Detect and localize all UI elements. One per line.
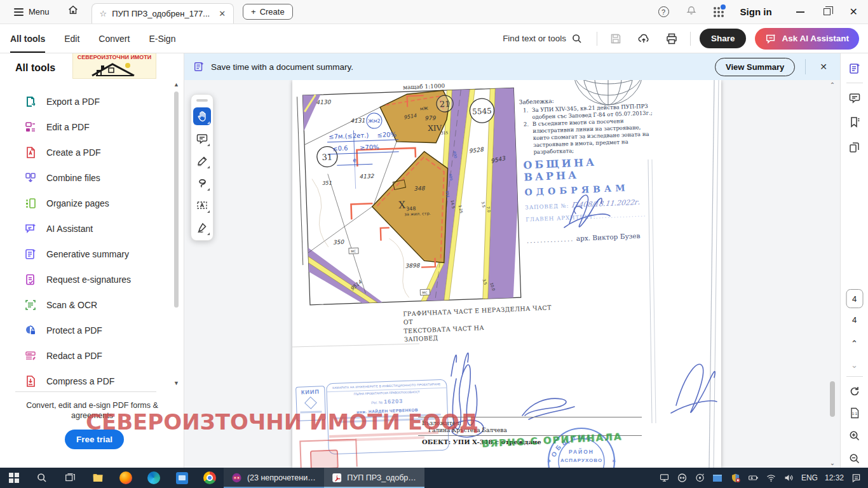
tool-icon — [24, 222, 37, 235]
tab-edit[interactable]: Edit — [64, 24, 79, 53]
tab-close-icon[interactable]: ✕ — [219, 9, 226, 18]
next-page-button[interactable]: ⌄ — [851, 361, 858, 369]
menu-button[interactable]: Menu — [14, 7, 50, 17]
tab-esign[interactable]: E-Sign — [149, 24, 175, 53]
divider — [597, 32, 597, 46]
language-indicator[interactable]: ENG — [801, 473, 818, 482]
action-center-icon[interactable] — [851, 473, 862, 484]
taskbar-window-pdf[interactable]: ПУП ПРЗ_одобрен_1... — [324, 468, 424, 488]
sidebar-tool-item[interactable]: Redact a PDF — [0, 343, 172, 369]
document-scrollbar[interactable]: ⌃ ⌄ — [829, 80, 836, 468]
clock[interactable]: 12:32 — [825, 473, 844, 482]
save-button[interactable] — [606, 29, 625, 48]
pencil-icon — [196, 154, 208, 167]
previous-page-button[interactable]: ⌃ — [851, 339, 858, 348]
tool-icon — [24, 172, 37, 184]
home-button[interactable] — [67, 4, 79, 19]
pages-panel-button[interactable] — [846, 139, 864, 156]
palette-drag-handle[interactable] — [196, 99, 208, 102]
pdf-page[interactable]: мащаб 1:100041304131Жм2≤7м.(≤2ет.)≤20%≤0… — [292, 80, 721, 468]
hand-tool-button[interactable] — [193, 107, 211, 125]
print-button[interactable] — [662, 29, 681, 48]
scroll-up-icon[interactable]: ⌃ — [829, 81, 836, 88]
search-icon — [571, 33, 583, 44]
taskbar-window-mail[interactable]: (23 непрочетени) - A... — [224, 468, 324, 488]
capture-icon[interactable] — [695, 473, 705, 484]
photos-app-button[interactable] — [168, 468, 196, 488]
start-button[interactable] — [0, 468, 28, 488]
upload-cloud-button[interactable] — [634, 29, 653, 48]
battery-icon[interactable] — [748, 473, 759, 484]
apps-grid-button[interactable] — [714, 7, 724, 17]
note-item: 2. В съседните имоти са посочени илюстра… — [524, 116, 660, 156]
scrollbar-thumb[interactable] — [174, 92, 179, 308]
chrome-button[interactable] — [196, 468, 224, 488]
zoom-out-button[interactable] — [846, 450, 864, 468]
notifications-bell-button[interactable] — [686, 5, 697, 19]
edge-button[interactable] — [140, 468, 168, 488]
zoom-in-icon — [848, 430, 861, 442]
scrollbar-thumb[interactable] — [830, 381, 835, 417]
sidebar-tool-item[interactable]: Scan & OCR — [0, 292, 172, 318]
highlight-tool-button[interactable] — [193, 152, 211, 170]
sign-in-button[interactable]: Sign in — [740, 6, 772, 17]
sidebar-tool-item[interactable]: Compress a PDF — [0, 369, 172, 394]
view-summary-button[interactable]: View Summary — [715, 58, 795, 76]
edge-icon — [147, 471, 160, 484]
scroll-down-icon[interactable]: ▼ — [173, 380, 179, 386]
notification-close-icon[interactable]: ✕ — [816, 62, 831, 72]
file-explorer-button[interactable] — [84, 468, 112, 488]
ask-ai-assistant-button[interactable]: Ask AI Assistant — [755, 28, 859, 50]
tab-convert[interactable]: Convert — [98, 24, 130, 53]
sign-tool-button[interactable] — [193, 219, 211, 236]
free-trial-button[interactable]: Free trial — [65, 430, 124, 449]
logo-text: СЕВЕРОИЗТОЧНИ ИМОТИ — [73, 54, 156, 60]
document-viewport[interactable]: мащаб 1:100041304131Жм2≤7м.(≤2ет.)≤20%≤0… — [184, 80, 840, 468]
tool-icon — [24, 197, 37, 210]
scroll-up-icon[interactable]: ▲ — [173, 81, 179, 88]
map-label: 348 — [414, 185, 426, 192]
wifi-icon[interactable] — [766, 473, 776, 484]
star-icon[interactable]: ☆ — [100, 9, 107, 18]
window-close-button[interactable]: ✕ — [850, 6, 858, 18]
zoom-in-button[interactable] — [846, 427, 864, 445]
restore-button[interactable] — [824, 8, 831, 15]
bookmarks-panel-button[interactable] — [846, 113, 864, 131]
draw-tool-button[interactable] — [193, 174, 211, 192]
sidebar-tool-item[interactable]: Protect a PDF — [0, 318, 172, 343]
devices-icon[interactable] — [659, 473, 670, 484]
zoom-out-icon — [848, 452, 861, 465]
task-view-button[interactable] — [56, 468, 84, 488]
sidebar-tool-item[interactable]: Export a PDF — [0, 89, 172, 114]
text-box-tool-button[interactable] — [193, 196, 211, 214]
defender-icon[interactable] — [730, 473, 741, 484]
firefox-button[interactable] — [112, 468, 140, 488]
sidebar-tool-item[interactable]: AI Assistant — [0, 216, 172, 241]
page-number-input[interactable]: 4 — [846, 289, 863, 308]
taskbar-search-button[interactable] — [28, 468, 56, 488]
sidebar-tool-item[interactable]: Create a PDF — [0, 140, 172, 165]
sidebar-tool-item[interactable]: Generative summary — [0, 241, 172, 267]
create-button[interactable]: + Create — [243, 4, 293, 20]
sidebar-tool-item[interactable]: Edit a PDF — [0, 114, 172, 140]
scroll-down-icon[interactable]: ⌄ — [829, 459, 836, 466]
share-button[interactable]: Share — [700, 29, 747, 48]
sidebar-tool-item[interactable]: Organize pages — [0, 191, 172, 216]
rotate-refresh-button[interactable] — [846, 383, 864, 400]
generative-summary-button[interactable] — [846, 60, 864, 78]
tab-all-tools[interactable]: All tools — [10, 24, 45, 53]
sidebar-tool-item[interactable]: Request e-signatures — [0, 267, 172, 292]
help-button[interactable]: ? — [658, 6, 669, 17]
sidebar-scrollbar[interactable]: ▲ ▼ — [173, 81, 179, 386]
fit-page-button[interactable] — [846, 404, 864, 422]
document-tab[interactable]: ☆ ПУП ПРЗ_одобрен_177... ✕ — [92, 3, 234, 24]
sidebar-tool-item[interactable]: Combine files — [0, 165, 172, 191]
display-icon[interactable] — [712, 473, 723, 484]
teamviewer-icon[interactable] — [677, 473, 688, 484]
comment-tool-button[interactable] — [193, 130, 211, 147]
minimize-button[interactable] — [796, 11, 804, 13]
comments-panel-button[interactable] — [846, 89, 864, 107]
find-text-button[interactable]: Find text or tools — [498, 29, 588, 48]
map-label: 3898 — [405, 262, 421, 269]
volume-icon[interactable] — [783, 473, 794, 484]
